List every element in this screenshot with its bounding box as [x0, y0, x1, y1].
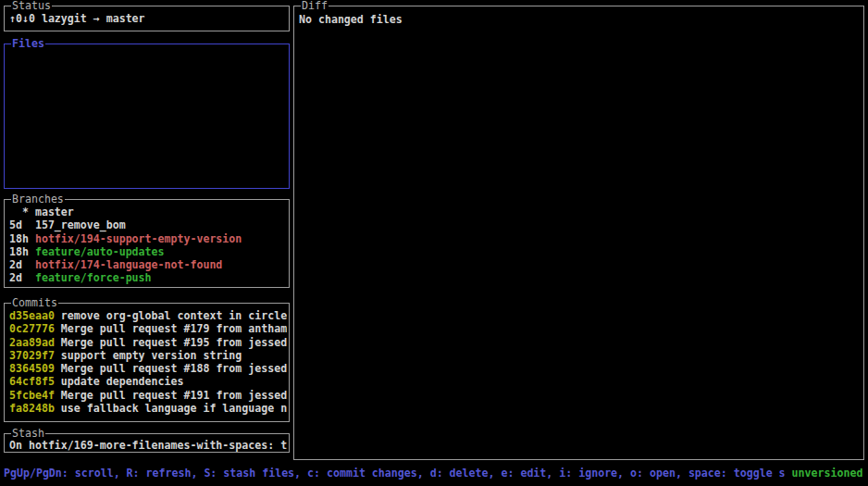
commit-message: Merge pull request #179 from antham: [55, 322, 287, 335]
commit-row[interactable]: 64cf8f5 update dependencies: [9, 375, 287, 388]
branch-row[interactable]: 18h hotfix/194-support-empty-version: [9, 232, 287, 245]
commit-hash: 0c27776: [9, 322, 55, 335]
files-list[interactable]: [5, 44, 289, 188]
commit-hash: 2aa89ad: [9, 336, 55, 349]
branch-row[interactable]: * master: [9, 206, 287, 218]
branch-name: feature/auto-updates: [35, 245, 165, 258]
branches-list: * master 5d 157_remove_bom 18h hotfix/19…: [5, 200, 289, 287]
commit-hash: 8364509: [9, 362, 55, 375]
branch-recency: 18h: [9, 232, 35, 245]
branch-name: feature/force-push: [35, 271, 152, 284]
commit-hash: 37029f7: [9, 349, 55, 362]
commit-message: remove org-global context in circle: [55, 309, 287, 322]
diff-message: No changed files: [299, 13, 860, 26]
commit-message: use fallback language if language n: [55, 402, 287, 415]
branch-recency: 2d: [9, 258, 35, 271]
commit-row[interactable]: 5fcbe4f Merge pull request #191 from jes…: [9, 389, 287, 402]
stash-entry[interactable]: On hotfix/169-more-filenames-with-spaces…: [9, 439, 287, 452]
commit-row[interactable]: 8364509 Merge pull request #188 from jes…: [9, 362, 287, 375]
branch-row[interactable]: 5d 157_remove_bom: [9, 218, 287, 231]
branch-recency: *: [9, 206, 35, 218]
commit-row[interactable]: 37029f7 support empty version string: [9, 349, 287, 362]
branch-name: 157_remove_bom: [35, 218, 126, 231]
commit-row[interactable]: d35eaa0 remove org-global context in cir…: [9, 309, 287, 322]
files-panel[interactable]: Files: [4, 44, 290, 189]
keybindings-hints: PgUp/PgDn: scroll, R: refresh, S: stash …: [4, 467, 792, 480]
stash-panel-body: On hotfix/169-more-filenames-with-spaces…: [5, 434, 289, 452]
branch-row[interactable]: 2d hotfix/174-language-not-found: [9, 258, 287, 271]
commit-message: support empty version string: [55, 349, 242, 362]
branch-recency: 18h: [9, 245, 35, 258]
commit-message: update dependencies: [55, 375, 184, 388]
status-panel-body: ↑0↓0 lazygit → master: [5, 6, 289, 31]
status-panel[interactable]: Status ↑0↓0 lazygit → master: [4, 6, 290, 31]
status-line: ↑0↓0 lazygit → master: [9, 12, 285, 25]
branch-name: hotfix/194-support-empty-version: [35, 232, 242, 245]
commit-row[interactable]: 0c27776 Merge pull request #179 from ant…: [9, 322, 287, 335]
commits-list: d35eaa0 remove org-global context in cir…: [5, 304, 289, 421]
branch-recency: 2d: [9, 271, 35, 284]
stash-panel[interactable]: Stash On hotfix/169-more-filenames-with-…: [4, 433, 290, 453]
diff-panel[interactable]: Diff No changed files: [293, 6, 864, 460]
branches-panel[interactable]: Branches * master 5d 157_remove_bom 18h …: [4, 199, 290, 288]
branch-recency: 5d: [9, 218, 35, 231]
commit-message: Merge pull request #191 from jessed: [55, 389, 287, 402]
lazygit-terminal: Status ↑0↓0 lazygit → master Files Branc…: [0, 0, 868, 486]
commit-message: Merge pull request #195 from jessed: [55, 336, 287, 349]
commit-row[interactable]: fa8248b use fallback language if languag…: [9, 402, 287, 415]
commit-row[interactable]: 2aa89ad Merge pull request #195 from jes…: [9, 336, 287, 349]
branch-row[interactable]: 18h feature/auto-updates: [9, 245, 287, 258]
diff-panel-body: No changed files: [294, 6, 863, 459]
commit-hash: fa8248b: [9, 402, 55, 415]
branch-name: master: [35, 206, 74, 218]
commits-panel[interactable]: Commits d35eaa0 remove org-global contex…: [4, 303, 290, 422]
commit-hash: d35eaa0: [9, 309, 55, 322]
commit-hash: 64cf8f5: [9, 375, 55, 388]
keybindings-bar: PgUp/PgDn: scroll, R: refresh, S: stash …: [4, 467, 868, 480]
branch-name: hotfix/174-language-not-found: [35, 258, 222, 271]
commit-hash: 5fcbe4f: [9, 389, 55, 402]
commit-message: Merge pull request #188 from jessed: [55, 362, 287, 375]
branch-row[interactable]: 2d feature/force-push: [9, 271, 287, 284]
unversioned-status-label: unversioned: [792, 467, 863, 480]
